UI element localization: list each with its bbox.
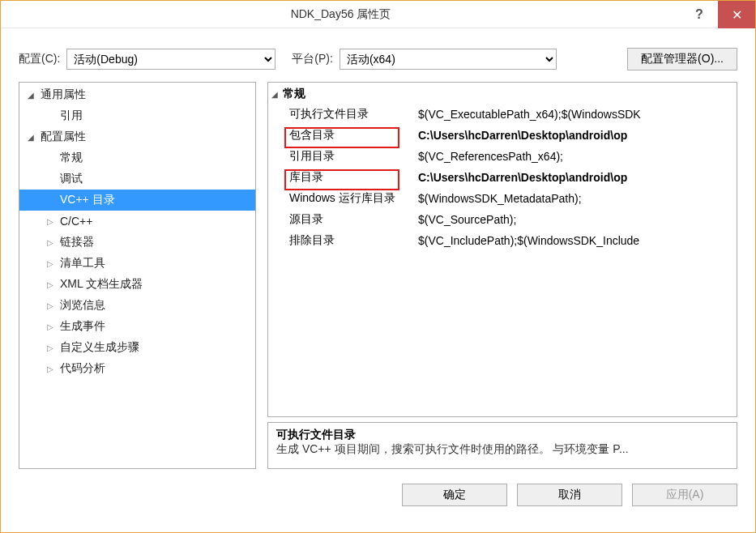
property-key: 引用目录: [268, 149, 418, 164]
grid-category-label: 常规: [283, 87, 305, 101]
expand-closed-icon[interactable]: [47, 343, 58, 352]
titlebar: NDK_Day56 属性页 ? ✕: [1, 1, 755, 28]
tree-item[interactable]: 常规: [19, 147, 255, 168]
expand-closed-icon[interactable]: [47, 217, 58, 226]
tree-item[interactable]: 清单工具: [19, 253, 255, 274]
tree-item-label: 引用: [60, 109, 83, 123]
tree-item-label: 常规: [60, 151, 83, 165]
expand-closed-icon[interactable]: [47, 301, 58, 310]
property-value[interactable]: C:\Users\hcDarren\Desktop\android\op: [418, 129, 737, 142]
grid-category-header[interactable]: 常规: [268, 84, 737, 104]
property-grid[interactable]: 常规可执行文件目录$(VC_ExecutablePath_x64);$(Wind…: [267, 82, 737, 417]
property-key: 源目录: [268, 212, 418, 227]
collapse-icon[interactable]: [271, 90, 283, 99]
tree-item-label: 清单工具: [60, 256, 105, 271]
expand-closed-icon[interactable]: [47, 280, 58, 289]
property-key: 可执行文件目录: [268, 107, 418, 122]
platform-select[interactable]: 活动(x64): [340, 49, 557, 70]
tree-item[interactable]: 自定义生成步骤: [19, 337, 255, 358]
property-row[interactable]: 源目录$(VC_SourcePath);: [268, 209, 737, 230]
property-row[interactable]: Windows 运行库目录$(WindowsSDK_MetadataPath);: [268, 188, 737, 209]
tree-item[interactable]: VC++ 目录: [19, 190, 255, 211]
property-value[interactable]: $(VC_IncludePath);$(WindowsSDK_Include: [418, 234, 737, 247]
property-row[interactable]: 包含目录C:\Users\hcDarren\Desktop\android\op: [268, 125, 737, 146]
expand-closed-icon[interactable]: [47, 322, 58, 331]
window-title: NDK_Day56 属性页: [1, 7, 681, 22]
config-label: 配置(C):: [19, 52, 60, 66]
property-value[interactable]: $(WindowsSDK_MetadataPath);: [418, 192, 737, 205]
property-value[interactable]: $(VC_SourcePath);: [418, 213, 737, 226]
tree-item-label: 配置属性: [41, 130, 86, 144]
tree-item-label: 代码分析: [60, 361, 105, 376]
expand-open-icon[interactable]: [28, 91, 39, 100]
property-value[interactable]: $(VC_ExecutablePath_x64);$(WindowsSDK: [418, 108, 737, 121]
close-button[interactable]: ✕: [718, 1, 755, 28]
nav-tree[interactable]: 通用属性引用配置属性常规调试VC++ 目录C/C++链接器清单工具XML 文档生…: [19, 82, 256, 469]
tree-item-label: 浏览信息: [60, 298, 105, 313]
tree-item[interactable]: 引用: [19, 105, 255, 126]
expand-closed-icon[interactable]: [47, 259, 58, 268]
tree-item[interactable]: 浏览信息: [19, 295, 255, 316]
config-select[interactable]: 活动(Debug): [66, 49, 275, 70]
tree-item[interactable]: 调试: [19, 168, 255, 190]
tree-item-label: XML 文档生成器: [60, 277, 143, 292]
apply-button[interactable]: 应用(A): [632, 484, 737, 506]
property-row[interactable]: 可执行文件目录$(VC_ExecutablePath_x64);$(Window…: [268, 104, 737, 125]
expand-closed-icon[interactable]: [47, 238, 58, 247]
property-key: 包含目录: [268, 128, 418, 143]
property-row[interactable]: 排除目录$(VC_IncludePath);$(WindowsSDK_Inclu…: [268, 230, 737, 251]
tree-item[interactable]: 生成事件: [19, 316, 255, 337]
description-text: 生成 VC++ 项目期间，搜索可执行文件时使用的路径。 与环境变量 P...: [276, 442, 728, 457]
dialog-footer: 确定 取消 应用(A): [1, 469, 755, 521]
expand-closed-icon[interactable]: [47, 365, 58, 373]
ok-button[interactable]: 确定: [402, 484, 507, 506]
tree-item[interactable]: C/C++: [19, 211, 255, 232]
tree-item-label: 调试: [60, 172, 83, 186]
tree-item-label: 通用属性: [41, 87, 86, 102]
tree-item[interactable]: 配置属性: [19, 126, 255, 147]
tree-item-label: 自定义生成步骤: [60, 340, 139, 355]
property-key: 排除目录: [268, 233, 418, 248]
tree-item[interactable]: 通用属性: [19, 84, 255, 105]
tree-item[interactable]: 链接器: [19, 232, 255, 253]
expand-open-icon[interactable]: [28, 133, 39, 142]
tree-item-label: 生成事件: [60, 319, 105, 334]
description-title: 可执行文件目录: [276, 428, 728, 442]
property-value[interactable]: C:\Users\hcDarren\Desktop\android\op: [418, 171, 737, 184]
cancel-button[interactable]: 取消: [517, 484, 622, 506]
property-row[interactable]: 引用目录$(VC_ReferencesPath_x64);: [268, 146, 737, 167]
description-panel: 可执行文件目录 生成 VC++ 项目期间，搜索可执行文件时使用的路径。 与环境变…: [267, 422, 737, 469]
property-row[interactable]: 库目录C:\Users\hcDarren\Desktop\android\op: [268, 167, 737, 188]
property-key: 库目录: [268, 170, 418, 185]
tree-item-label: 链接器: [60, 235, 94, 249]
tree-item[interactable]: 代码分析: [19, 358, 255, 379]
toolbar: 配置(C): 活动(Debug) 平台(P): 活动(x64) 配置管理器(O)…: [1, 28, 755, 82]
property-value[interactable]: $(VC_ReferencesPath_x64);: [418, 150, 737, 163]
tree-item-label: C/C++: [60, 215, 92, 228]
help-button[interactable]: ?: [681, 1, 718, 28]
config-manager-button[interactable]: 配置管理器(O)...: [627, 48, 737, 70]
tree-item[interactable]: XML 文档生成器: [19, 274, 255, 295]
tree-item-label: VC++ 目录: [60, 193, 115, 207]
property-key: Windows 运行库目录: [268, 191, 418, 206]
platform-label: 平台(P):: [292, 52, 333, 66]
